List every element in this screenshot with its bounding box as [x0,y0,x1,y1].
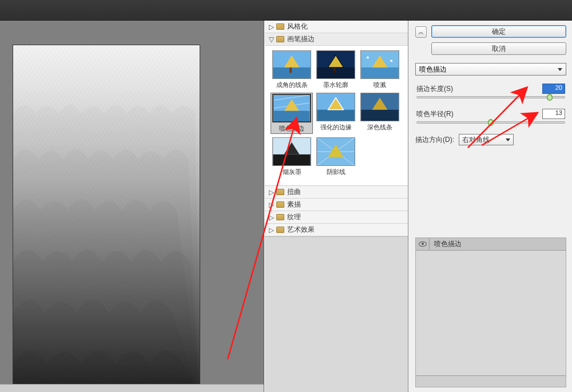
filter-thumb-crosshatch[interactable]: 阴影线 [315,137,357,176]
param-stroke-direction: 描边方向(D): 右对角线 [415,134,566,145]
chevron-up-icon: ︽ [418,28,424,36]
category-label: 画笔描边 [287,34,315,44]
param-label: 喷色半径(R) [416,109,454,119]
thumbnail-grid: 成角的线条 墨水轮廓 喷溅 喷色描边 强化的边缘 [265,46,408,185]
preview-scrollbar-h[interactable] [0,384,264,392]
thumb-label: 喷色描边 [271,124,312,133]
preview-canvas[interactable] [13,45,200,392]
thumb-label: 喷溅 [359,81,401,89]
category-sketch[interactable]: ▷ 素描 [265,199,408,211]
filter-select-value: 喷色描边 [419,65,447,74]
thumb-label: 深色线条 [359,123,401,132]
svg-rect-7 [289,68,292,73]
stroke-length-input[interactable]: 20 [542,84,565,94]
svg-rect-3 [13,45,200,392]
collapse-toggle[interactable]: ︽ [415,26,427,38]
visibility-toggle[interactable] [416,238,430,251]
combo-value: 右对角线 [462,135,490,145]
expand-icon: ▷ [268,201,274,209]
thumb-label: 强化的边缘 [315,123,357,132]
category-texture[interactable]: ▷ 纹理 [265,211,408,224]
effect-layers-footer [416,375,566,387]
folder-icon [276,227,284,233]
stroke-direction-select[interactable]: 右对角线 [459,134,514,145]
spray-radius-slider[interactable] [416,121,565,124]
svg-rect-11 [333,68,336,73]
param-label: 描边方向(D): [415,135,454,145]
thumb-label: 烟灰墨 [271,168,313,176]
filter-thumb-sumi-e[interactable]: 烟灰墨 [271,137,313,176]
eye-icon [419,241,427,247]
folder-icon [276,201,284,208]
chevron-down-icon [506,138,510,141]
filter-thumb-ink-outlines[interactable]: 墨水轮廓 [315,50,357,89]
param-stroke-length: 描边长度(S) 20 [415,84,566,98]
svg-rect-30 [273,155,310,165]
filter-thumb-spatter[interactable]: 喷溅 [359,50,401,89]
category-distort[interactable]: ▷ 扭曲 [265,186,408,199]
category-brush-strokes[interactable]: ▽ 画笔描边 [265,33,408,46]
filter-thumb-dark-strokes[interactable]: 深色线条 [359,93,401,134]
stroke-length-slider[interactable] [416,96,565,98]
svg-rect-24 [317,110,354,121]
filter-thumb-angled-strokes[interactable]: 成角的线条 [271,50,313,89]
cancel-button[interactable]: 取消 [431,42,566,55]
filter-browser-empty [265,236,408,392]
param-spray-radius: 喷色半径(R) 13 [415,109,566,124]
effect-layer-name: 喷色描边 [430,239,462,249]
expand-icon: ▷ [268,23,274,31]
svg-rect-13 [361,68,398,78]
svg-point-15 [367,57,369,59]
category-label: 艺术效果 [287,225,315,235]
category-label: 风格化 [287,22,308,31]
collapse-icon: ▽ [268,35,274,43]
category-label: 纹理 [287,212,301,222]
chevron-down-icon [558,68,562,71]
filter-browser: ▷ 风格化 ▽ 画笔描边 成角的线条 墨水轮廓 [264,21,408,392]
window-titlebar [0,0,572,21]
folder-icon [276,23,284,30]
svg-rect-27 [361,110,398,121]
expand-icon: ▷ [268,226,274,234]
ok-button[interactable]: 确定 [431,25,566,38]
svg-point-16 [390,60,392,62]
category-artistic[interactable]: ▷ 艺术效果 [265,224,408,236]
category-label: 扭曲 [287,187,301,197]
filter-thumb-accented-edges[interactable]: 强化的边缘 [315,93,357,134]
preview-image [13,45,200,392]
effect-layers-panel: 喷色描边 [415,237,566,387]
thumb-label: 成角的线条 [271,81,313,89]
expand-icon: ▷ [268,188,274,196]
folder-icon [276,189,284,195]
filter-select[interactable]: 喷色描边 [415,63,566,76]
filter-thumb-sprayed-strokes[interactable]: 喷色描边 [271,93,313,134]
folder-icon [276,36,284,42]
folder-icon [276,214,284,220]
svg-rect-21 [274,111,310,121]
spray-radius-input[interactable]: 13 [542,109,565,119]
settings-pane: ︽ 确定 取消 喷色描边 描边长度(S) 20 喷色半径(R) 13 [408,21,572,392]
preview-pane [0,21,264,392]
thumb-label: 墨水轮廓 [315,81,357,89]
param-label: 描边长度(S) [416,84,453,94]
category-label: 素描 [287,200,301,209]
thumb-label: 阴影线 [315,168,357,176]
category-stylize[interactable]: ▷ 风格化 [265,21,408,33]
effect-layer-row[interactable]: 喷色描边 [416,238,566,251]
expand-icon: ▷ [268,213,274,221]
